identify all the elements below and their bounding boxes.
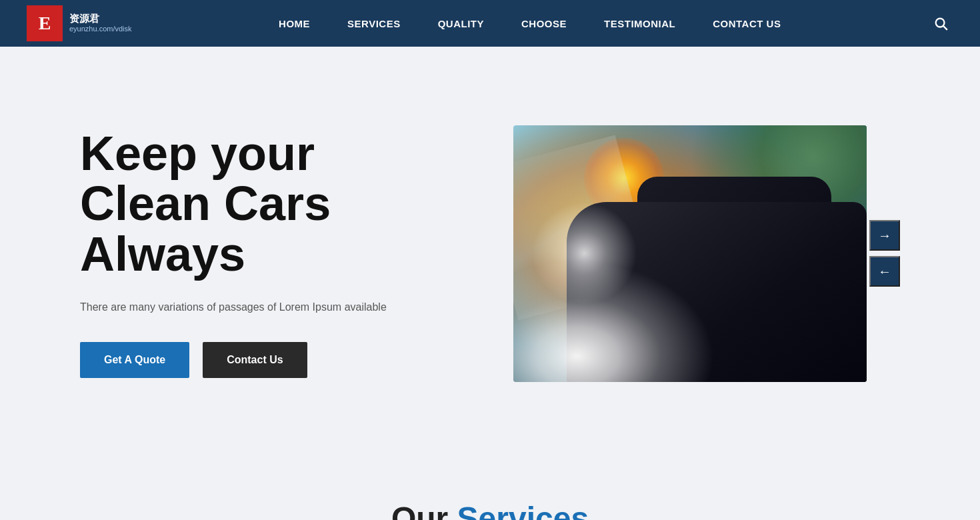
logo[interactable]: E 资源君 eyunzhu.com/vdisk xyxy=(27,5,132,41)
logo-icon: E xyxy=(27,5,63,41)
navbar: E 资源君 eyunzhu.com/vdisk HOME SERVICES QU… xyxy=(0,0,980,47)
hero-section: Keep your Clean Cars Always There are ma… xyxy=(0,47,980,460)
logo-chinese: 资源君 xyxy=(69,13,132,25)
hero-title: Keep your Clean Cars Always xyxy=(80,129,440,280)
hero-title-line2: Clean Cars xyxy=(80,177,331,230)
svg-line-1 xyxy=(943,26,947,29)
hero-title-line3: Always xyxy=(80,227,245,281)
hero-image-area: → ← xyxy=(480,125,900,382)
foam-effect-2 xyxy=(531,202,637,305)
hero-content: Keep your Clean Cars Always There are ma… xyxy=(80,129,480,379)
nav-testimonial[interactable]: TESTIMONIAL xyxy=(585,0,694,47)
nav-links: HOME SERVICES QUALITY CHOOSE TESTIMONIAL… xyxy=(260,0,799,47)
logo-text: 资源君 eyunzhu.com/vdisk xyxy=(69,13,132,33)
slider-arrows: → ← xyxy=(869,220,900,287)
hero-buttons: Get A Quote Contact Us xyxy=(80,342,440,378)
nav-quality[interactable]: QUALITY xyxy=(419,0,503,47)
hero-car-image xyxy=(513,125,867,382)
nav-services[interactable]: SERVICES xyxy=(329,0,419,47)
nav-contact[interactable]: CONTACT US xyxy=(694,0,799,47)
services-heading: Our Services xyxy=(0,500,980,520)
services-highlight: Services xyxy=(457,501,589,520)
hero-title-line1: Keep your xyxy=(80,127,315,180)
services-prefix: Our xyxy=(391,501,448,520)
slider-prev-button[interactable]: ← xyxy=(869,256,900,287)
slider-next-button[interactable]: → xyxy=(869,220,900,251)
search-icon[interactable] xyxy=(928,11,953,36)
nav-home[interactable]: HOME xyxy=(260,0,329,47)
services-section: Our Services xyxy=(0,460,980,520)
hero-subtitle: There are many variations of passages of… xyxy=(80,299,440,315)
get-quote-button[interactable]: Get A Quote xyxy=(80,342,189,378)
car-wash-background xyxy=(513,125,867,382)
nav-choose[interactable]: CHOOSE xyxy=(503,0,585,47)
contact-us-button[interactable]: Contact Us xyxy=(203,342,307,378)
logo-url: eyunzhu.com/vdisk xyxy=(69,25,132,33)
